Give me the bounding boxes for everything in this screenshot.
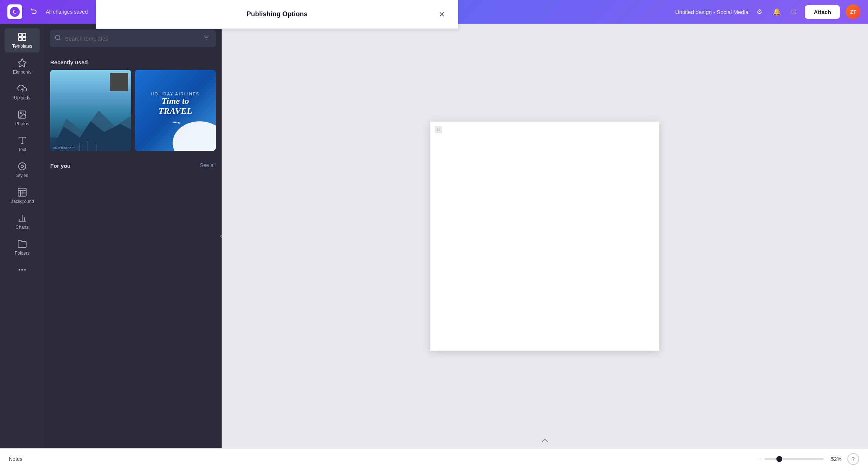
design-title: Untitled design - Social Media <box>675 9 748 15</box>
templates-grid-recent: 5 DAY ITINERARY HOLIDAY AIRLINES Time to… <box>50 70 216 151</box>
mountain-photo <box>110 73 128 91</box>
svg-point-25 <box>55 35 60 40</box>
canvas-page: □ <box>430 122 659 351</box>
sidebar-item-charts[interactable]: Charts <box>4 209 40 234</box>
publishing-options-modal: Publishing Options ✕ <box>96 0 458 29</box>
charts-icon <box>17 213 27 223</box>
user-avatar[interactable]: ZT <box>846 4 861 19</box>
svg-rect-14 <box>18 188 26 196</box>
canva-editor-body: Templates Elements Upl <box>0 24 868 448</box>
svg-rect-2 <box>18 33 22 37</box>
text-icon <box>17 135 27 146</box>
publishing-modal-close-button[interactable]: ✕ <box>436 9 448 20</box>
sidebar-item-label-uploads: Uploads <box>14 95 30 101</box>
help-button[interactable]: ? <box>847 453 859 465</box>
templates-icon <box>17 32 27 42</box>
svg-marker-37 <box>178 122 181 124</box>
canvas-chevron-up[interactable] <box>540 437 549 445</box>
sidebar-nav: Templates Elements Upl <box>0 24 44 448</box>
sidebar-item-label-templates: Templates <box>12 44 33 49</box>
resize-icon-button[interactable]: ⊡ <box>789 6 799 18</box>
svg-point-22 <box>18 269 20 271</box>
svg-rect-3 <box>23 33 26 37</box>
more-icon <box>17 265 27 275</box>
sidebar-item-label-photos: Photos <box>15 121 29 126</box>
template-card-mountain[interactable]: 5 DAY ITINERARY <box>50 70 131 151</box>
settings-icon-button[interactable]: ⚙ <box>754 6 765 18</box>
sidebar-item-elements[interactable]: Elements <box>4 54 40 78</box>
svg-rect-4 <box>18 37 22 41</box>
svg-point-9 <box>20 113 21 114</box>
hide-panel-button[interactable] <box>216 227 222 245</box>
sidebar-item-label-folders: Folders <box>15 251 30 256</box>
publishing-options-title: Publishing Options <box>247 10 308 18</box>
sidebar-item-background[interactable]: Background <box>4 183 40 208</box>
styles-icon <box>17 161 27 171</box>
zoom-minus-icon: − <box>758 456 762 462</box>
see-all-link[interactable]: See all <box>200 162 216 168</box>
sidebar-item-templates[interactable]: Templates <box>4 28 40 52</box>
sidebar-item-styles[interactable]: Styles <box>4 157 40 182</box>
folders-icon <box>17 239 27 249</box>
sidebar-item-label-text: Text <box>18 147 26 152</box>
svg-point-13 <box>21 165 24 168</box>
zoom-slider-wrapper: − 52% <box>758 456 841 462</box>
for-you-header: For you See all <box>50 157 216 173</box>
search-icon <box>55 34 61 43</box>
svg-point-24 <box>24 269 25 271</box>
template-card-travel[interactable]: HOLIDAY AIRLINES Time toTRAVEL <box>135 70 216 151</box>
templates-content: Recently used <box>44 50 222 448</box>
changes-saved-label: All changes saved <box>46 9 88 15</box>
canva-logo: C <box>7 4 22 19</box>
undo-button[interactable] <box>28 6 40 18</box>
search-input-wrapper <box>50 30 216 47</box>
uploads-icon <box>17 84 27 94</box>
search-input[interactable] <box>65 35 202 42</box>
elements-icon <box>17 58 27 68</box>
recently-used-title: Recently used <box>50 59 216 65</box>
sidebar-item-label-styles: Styles <box>16 173 28 178</box>
for-you-title: For you <box>50 163 71 169</box>
filter-button[interactable] <box>202 33 211 44</box>
zoom-level-display: 52% <box>827 456 841 462</box>
sidebar-item-text[interactable]: Text <box>4 132 40 156</box>
page-indicator: □ <box>435 126 442 133</box>
svg-text:C: C <box>13 9 17 15</box>
canva-editor-overlay: C All changes saved Untitled design - So… <box>0 0 868 469</box>
sidebar-item-label-elements: Elements <box>13 69 31 75</box>
bell-icon-button[interactable]: 🔔 <box>770 6 783 18</box>
svg-rect-5 <box>23 37 26 41</box>
zoom-slider[interactable] <box>765 458 824 460</box>
background-icon <box>17 187 27 197</box>
sidebar-item-folders[interactable]: Folders <box>4 235 40 259</box>
sidebar-item-uploads[interactable]: Uploads <box>4 80 40 104</box>
sidebar-item-more[interactable] <box>4 261 40 279</box>
attach-button[interactable]: Attach <box>805 5 840 19</box>
sidebar-item-photos[interactable]: Photos <box>4 106 40 130</box>
sidebar-item-label-charts: Charts <box>16 225 28 230</box>
svg-point-12 <box>18 163 26 170</box>
canvas-area: □ <box>222 24 868 448</box>
svg-line-26 <box>59 39 60 40</box>
sidebar-item-label-background: Background <box>10 199 34 204</box>
svg-marker-6 <box>18 59 26 67</box>
photos-icon <box>17 109 27 120</box>
notes-label: Notes <box>9 456 23 462</box>
templates-panel: Recently used <box>44 24 222 448</box>
svg-point-23 <box>21 269 23 271</box>
canva-bottom-bar: Notes − 52% ? <box>0 448 868 469</box>
